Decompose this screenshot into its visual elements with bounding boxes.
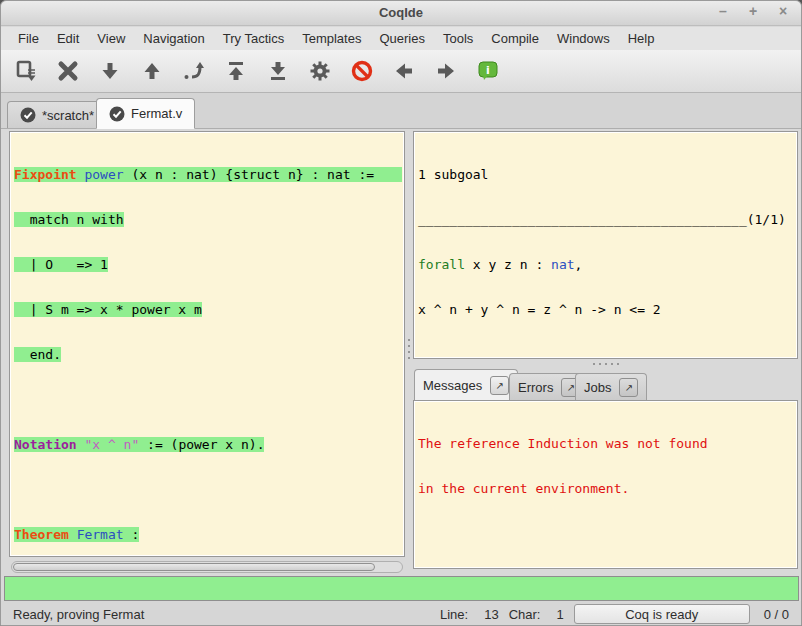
vertical-splitter-handle[interactable]: [405, 334, 412, 364]
menu-tools[interactable]: Tools: [434, 29, 482, 48]
go-forward-button[interactable]: [95, 56, 125, 86]
jobs-count: 0 / 0: [764, 607, 789, 622]
tab-label: Fermat.v: [131, 106, 182, 121]
about-icon: i: [476, 59, 500, 83]
horizontal-splitter-handle[interactable]: [576, 360, 636, 367]
go-back-button[interactable]: [137, 56, 167, 86]
save-icon: [14, 59, 38, 83]
right-arrow-icon: [434, 59, 458, 83]
up-arrow-icon: [140, 59, 164, 83]
document-tab-bar: *scratch* Fermat.v: [1, 93, 801, 129]
tab-label: Errors: [518, 380, 553, 395]
maximize-button[interactable]: +: [745, 3, 761, 19]
line-value: 13: [484, 607, 498, 622]
save-button[interactable]: [11, 56, 41, 86]
message-tab-bar: Messages ↗ Errors ↗ Jobs ↗: [413, 368, 798, 400]
previous-button[interactable]: [389, 56, 419, 86]
go-to-cursor-icon: [182, 59, 206, 83]
line-label: Line:: [440, 607, 468, 622]
title-bar: CoqIde – + ×: [1, 1, 801, 26]
stop-icon: [56, 59, 80, 83]
menu-try-tactics[interactable]: Try Tactics: [214, 29, 293, 48]
tab-scratch[interactable]: *scratch*: [7, 101, 107, 128]
window-title: CoqIde: [1, 5, 801, 20]
menu-bar: File Edit View Navigation Try Tactics Te…: [1, 27, 801, 50]
checkmark-icon: [20, 107, 36, 123]
preferences-button[interactable]: [305, 56, 335, 86]
messages-panel: The reference Induction was not found in…: [413, 400, 798, 569]
menu-queries[interactable]: Queries: [370, 29, 434, 48]
tab-messages[interactable]: Messages ↗: [414, 369, 518, 400]
minimize-button[interactable]: –: [715, 3, 731, 19]
main-area: Fixpoint power (x n : nat) {struct n} : …: [1, 129, 801, 575]
menu-file[interactable]: File: [9, 29, 48, 48]
menu-edit[interactable]: Edit: [48, 29, 88, 48]
menu-view[interactable]: View: [88, 29, 134, 48]
script-text: Fixpoint power (x n : nat) {struct n} : …: [10, 132, 404, 557]
menu-compile[interactable]: Compile: [482, 29, 548, 48]
tab-label: Messages: [423, 378, 482, 393]
down-arrow-icon: [98, 59, 122, 83]
char-value: 1: [556, 607, 563, 622]
close-button[interactable]: ×: [775, 3, 791, 19]
go-to-cursor-button[interactable]: [179, 56, 209, 86]
go-to-end-button[interactable]: [263, 56, 293, 86]
menu-help[interactable]: Help: [619, 29, 664, 48]
status-message: Ready, proving Fermat: [13, 607, 144, 622]
detach-button[interactable]: ↗: [490, 376, 509, 395]
coq-state-indicator: Coq is ready: [574, 604, 750, 624]
menu-navigation[interactable]: Navigation: [134, 29, 213, 48]
menu-windows[interactable]: Windows: [548, 29, 619, 48]
menu-templates[interactable]: Templates: [293, 29, 370, 48]
progress-bar: [4, 576, 799, 601]
goals-text: 1 subgoal ______________________________…: [414, 132, 797, 347]
checkmark-icon: [109, 106, 125, 122]
about-button[interactable]: i: [473, 56, 503, 86]
script-editor[interactable]: Fixpoint power (x n : nat) {struct n} : …: [9, 131, 405, 557]
interrupt-button[interactable]: [347, 56, 377, 86]
tab-label: Jobs: [584, 380, 611, 395]
char-label: Char:: [509, 607, 541, 622]
goals-panel: 1 subgoal ______________________________…: [413, 131, 798, 359]
coqide-window: CoqIde – + × File Edit View Navigation T…: [0, 0, 802, 626]
svg-text:i: i: [486, 64, 490, 77]
tab-label: *scratch*: [42, 108, 94, 123]
detach-button[interactable]: ↗: [619, 378, 638, 397]
tab-fermat[interactable]: Fermat.v: [96, 98, 195, 129]
go-to-start-icon: [224, 59, 248, 83]
go-to-end-icon: [266, 59, 290, 83]
next-button[interactable]: [431, 56, 461, 86]
editor-horizontal-scrollbar[interactable]: [11, 561, 403, 573]
stop-button[interactable]: [53, 56, 83, 86]
left-arrow-icon: [392, 59, 416, 83]
scrollbar-thumb[interactable]: [13, 563, 375, 571]
status-bar: Ready, proving Fermat Line: 13 Char: 1 C…: [1, 601, 801, 626]
gear-icon: [308, 59, 332, 83]
interrupt-icon: [350, 59, 374, 83]
messages-text: The reference Induction was not found in…: [414, 401, 797, 526]
tab-jobs[interactable]: Jobs ↗: [575, 373, 647, 400]
toolbar: i: [1, 50, 801, 93]
restart-button[interactable]: [221, 56, 251, 86]
